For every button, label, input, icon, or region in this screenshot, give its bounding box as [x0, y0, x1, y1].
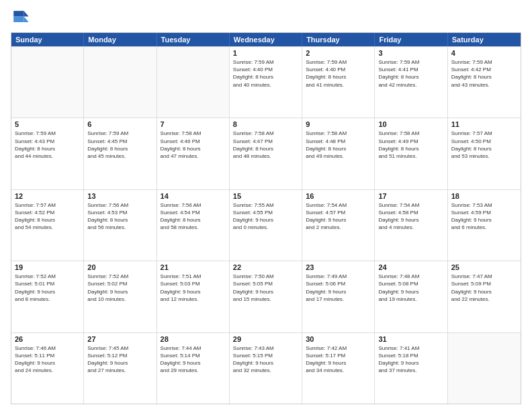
logo-icon [11, 8, 30, 27]
day-number: 20 [87, 263, 152, 271]
calendar-cell: 2Sunrise: 7:59 AM Sunset: 4:40 PM Daylig… [302, 47, 375, 118]
day-number: 9 [306, 120, 371, 128]
day-detail: Sunrise: 7:56 AM Sunset: 4:54 PM Dayligh… [161, 201, 226, 232]
day-detail: Sunrise: 7:59 AM Sunset: 4:45 PM Dayligh… [87, 130, 152, 160]
day-detail: Sunrise: 7:59 AM Sunset: 4:41 PM Dayligh… [378, 58, 443, 89]
day-detail: Sunrise: 7:59 AM Sunset: 4:40 PM Dayligh… [306, 58, 371, 89]
calendar-cell: 18Sunrise: 7:53 AM Sunset: 4:59 PM Dayli… [448, 190, 521, 261]
day-detail: Sunrise: 7:59 AM Sunset: 4:42 PM Dayligh… [451, 58, 517, 89]
day-detail: Sunrise: 7:43 AM Sunset: 5:15 PM Dayligh… [233, 345, 298, 375]
day-detail: Sunrise: 7:52 AM Sunset: 5:02 PM Dayligh… [87, 273, 152, 303]
calendar-cell: 19Sunrise: 7:52 AM Sunset: 5:01 PM Dayli… [11, 261, 84, 332]
calendar-cell: 7Sunrise: 7:58 AM Sunset: 4:46 PM Daylig… [157, 118, 230, 189]
day-number: 21 [161, 263, 226, 271]
day-detail: Sunrise: 7:49 AM Sunset: 5:06 PM Dayligh… [306, 273, 371, 303]
weekday-header: Monday [84, 33, 157, 46]
calendar: SundayMondayTuesdayWednesdayThursdayFrid… [11, 32, 521, 404]
calendar-body: 1Sunrise: 7:59 AM Sunset: 4:40 PM Daylig… [11, 46, 521, 404]
day-number: 4 [451, 49, 517, 57]
day-detail: Sunrise: 7:54 AM Sunset: 4:57 PM Dayligh… [306, 201, 371, 232]
calendar-cell: 30Sunrise: 7:42 AM Sunset: 5:17 PM Dayli… [302, 333, 375, 404]
day-detail: Sunrise: 7:58 AM Sunset: 4:46 PM Dayligh… [161, 130, 226, 160]
day-number: 8 [233, 120, 298, 128]
calendar-row: 12Sunrise: 7:57 AM Sunset: 4:52 PM Dayli… [11, 189, 521, 261]
day-detail: Sunrise: 7:51 AM Sunset: 5:03 PM Dayligh… [161, 273, 226, 303]
weekday-header: Wednesday [230, 33, 302, 46]
calendar-cell: 15Sunrise: 7:55 AM Sunset: 4:55 PM Dayli… [230, 190, 302, 261]
day-detail: Sunrise: 7:53 AM Sunset: 4:59 PM Dayligh… [451, 201, 517, 232]
day-number: 18 [451, 192, 517, 200]
svg-marker-1 [24, 17, 29, 22]
calendar-cell: 17Sunrise: 7:54 AM Sunset: 4:58 PM Dayli… [375, 190, 447, 261]
day-detail: Sunrise: 7:56 AM Sunset: 4:53 PM Dayligh… [87, 201, 152, 232]
day-number: 30 [306, 335, 371, 343]
day-detail: Sunrise: 7:52 AM Sunset: 5:01 PM Dayligh… [15, 273, 80, 303]
day-number: 22 [233, 263, 298, 271]
calendar-cell: 13Sunrise: 7:56 AM Sunset: 4:53 PM Dayli… [84, 190, 157, 261]
calendar-cell: 28Sunrise: 7:44 AM Sunset: 5:14 PM Dayli… [157, 333, 230, 404]
day-detail: Sunrise: 7:54 AM Sunset: 4:58 PM Dayligh… [378, 201, 443, 232]
day-number: 12 [15, 192, 80, 200]
day-number: 3 [378, 49, 443, 57]
calendar-cell: 23Sunrise: 7:49 AM Sunset: 5:06 PM Dayli… [302, 261, 375, 332]
svg-marker-0 [24, 11, 29, 16]
day-number: 6 [87, 120, 152, 128]
calendar-row: 5Sunrise: 7:59 AM Sunset: 4:43 PM Daylig… [11, 118, 521, 189]
calendar-row: 1Sunrise: 7:59 AM Sunset: 4:40 PM Daylig… [11, 46, 521, 118]
logo [11, 8, 32, 27]
weekday-header: Friday [375, 33, 447, 46]
day-detail: Sunrise: 7:46 AM Sunset: 5:11 PM Dayligh… [15, 345, 80, 375]
calendar-cell: 6Sunrise: 7:59 AM Sunset: 4:45 PM Daylig… [84, 118, 157, 189]
calendar-cell: 5Sunrise: 7:59 AM Sunset: 4:43 PM Daylig… [11, 118, 84, 189]
day-detail: Sunrise: 7:55 AM Sunset: 4:55 PM Dayligh… [233, 201, 298, 232]
calendar-cell: 3Sunrise: 7:59 AM Sunset: 4:41 PM Daylig… [375, 47, 447, 118]
calendar-cell: 10Sunrise: 7:58 AM Sunset: 4:49 PM Dayli… [375, 118, 447, 189]
calendar-cell: 9Sunrise: 7:58 AM Sunset: 4:48 PM Daylig… [302, 118, 375, 189]
day-number: 23 [306, 263, 371, 271]
calendar-cell: 22Sunrise: 7:50 AM Sunset: 5:05 PM Dayli… [230, 261, 302, 332]
day-number: 24 [378, 263, 443, 271]
header [11, 8, 521, 27]
day-detail: Sunrise: 7:58 AM Sunset: 4:47 PM Dayligh… [233, 130, 298, 160]
calendar-cell [84, 47, 157, 118]
calendar-cell: 21Sunrise: 7:51 AM Sunset: 5:03 PM Dayli… [157, 261, 230, 332]
day-number: 25 [451, 263, 517, 271]
day-number: 14 [161, 192, 226, 200]
day-number: 19 [15, 263, 80, 271]
calendar-row: 19Sunrise: 7:52 AM Sunset: 5:01 PM Dayli… [11, 261, 521, 332]
calendar-cell: 24Sunrise: 7:48 AM Sunset: 5:08 PM Dayli… [375, 261, 447, 332]
calendar-cell [157, 47, 230, 118]
calendar-cell [11, 47, 84, 118]
day-number: 26 [15, 335, 80, 343]
day-number: 2 [306, 49, 371, 57]
svg-rect-3 [13, 17, 24, 22]
calendar-cell: 31Sunrise: 7:41 AM Sunset: 5:18 PM Dayli… [375, 333, 447, 404]
page: SundayMondayTuesdayWednesdayThursdayFrid… [0, 0, 532, 411]
day-detail: Sunrise: 7:42 AM Sunset: 5:17 PM Dayligh… [306, 345, 371, 375]
calendar-cell [448, 333, 521, 404]
day-number: 15 [233, 192, 298, 200]
day-number: 28 [161, 335, 226, 343]
day-number: 10 [378, 120, 443, 128]
calendar-cell: 25Sunrise: 7:47 AM Sunset: 5:09 PM Dayli… [448, 261, 521, 332]
day-number: 1 [233, 49, 298, 57]
calendar-row: 26Sunrise: 7:46 AM Sunset: 5:11 PM Dayli… [11, 332, 521, 404]
day-number: 5 [15, 120, 80, 128]
day-number: 16 [306, 192, 371, 200]
calendar-cell: 4Sunrise: 7:59 AM Sunset: 4:42 PM Daylig… [448, 47, 521, 118]
weekday-header: Thursday [302, 33, 375, 46]
day-detail: Sunrise: 7:59 AM Sunset: 4:43 PM Dayligh… [15, 130, 80, 160]
calendar-cell: 27Sunrise: 7:45 AM Sunset: 5:12 PM Dayli… [84, 333, 157, 404]
weekday-header: Sunday [11, 33, 84, 46]
day-detail: Sunrise: 7:44 AM Sunset: 5:14 PM Dayligh… [161, 345, 226, 375]
calendar-cell: 29Sunrise: 7:43 AM Sunset: 5:15 PM Dayli… [230, 333, 302, 404]
weekday-header: Saturday [448, 33, 521, 46]
day-number: 7 [161, 120, 226, 128]
day-detail: Sunrise: 7:45 AM Sunset: 5:12 PM Dayligh… [87, 345, 152, 375]
calendar-cell: 16Sunrise: 7:54 AM Sunset: 4:57 PM Dayli… [302, 190, 375, 261]
day-detail: Sunrise: 7:48 AM Sunset: 5:08 PM Dayligh… [378, 273, 443, 303]
day-detail: Sunrise: 7:47 AM Sunset: 5:09 PM Dayligh… [451, 273, 517, 303]
day-number: 31 [378, 335, 443, 343]
day-detail: Sunrise: 7:50 AM Sunset: 5:05 PM Dayligh… [233, 273, 298, 303]
day-detail: Sunrise: 7:58 AM Sunset: 4:49 PM Dayligh… [378, 130, 443, 160]
